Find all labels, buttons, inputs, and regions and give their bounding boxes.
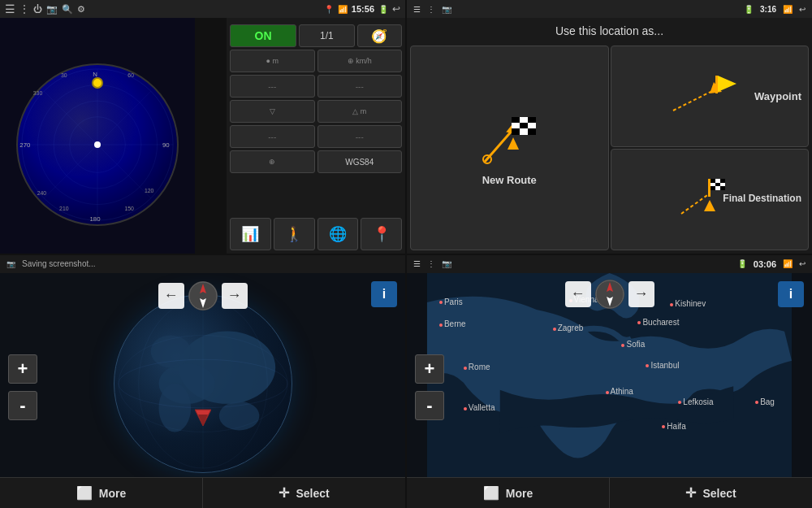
svg-marker-49 <box>704 200 715 211</box>
menu-icon-eu[interactable]: ☰ <box>413 259 421 268</box>
svg-text:120: 120 <box>145 188 154 193</box>
globe-button[interactable]: 🌐 <box>317 218 359 250</box>
city-lefkosia: Lefkosia <box>678 397 713 406</box>
svg-rect-44 <box>715 183 720 186</box>
zoom-in-button[interactable]: + <box>8 354 37 384</box>
svg-rect-29 <box>520 128 528 135</box>
saving-text: Saving screenshot... <box>22 259 96 268</box>
svg-text:210: 210 <box>59 206 69 211</box>
coord-system: ⊕ <box>230 150 315 173</box>
globe-map-panel: 📷 Saving screenshot... ← → i + - <box>0 255 405 509</box>
svg-marker-31 <box>508 137 519 150</box>
globe-visual <box>114 294 292 473</box>
europe-topbar: ☰ ⋮ 📷 🔋 03:06 📶 ↩ <box>407 255 812 273</box>
select-icon-eu: ✛ <box>685 485 696 501</box>
menu-icon-loc[interactable]: ☰ <box>413 5 421 14</box>
more-label-globe: More <box>99 487 126 500</box>
eu-nav-right[interactable]: → <box>628 281 654 307</box>
gps-on-button[interactable]: ON <box>230 24 296 47</box>
globe-sphere <box>114 294 292 473</box>
more-icon-eu[interactable]: ⋮ <box>427 259 435 268</box>
svg-text:180: 180 <box>90 215 102 223</box>
globe-bottom-bar: ⬜ More ✛ Select <box>0 477 405 508</box>
signal-eu: 📶 <box>783 259 793 268</box>
waypoint-icon <box>665 74 754 119</box>
svg-text:270: 270 <box>19 141 31 149</box>
city-bucharest: Bucharest <box>637 318 679 327</box>
city-athina: Athina <box>606 387 633 396</box>
svg-rect-30 <box>528 128 536 135</box>
zoom-out-eu[interactable]: - <box>415 391 444 420</box>
select-label-eu: Select <box>702 487 736 500</box>
nav-right-button[interactable]: → <box>222 283 248 309</box>
svg-rect-48 <box>720 186 725 190</box>
info-button-eu[interactable]: i <box>778 281 804 307</box>
svg-point-56 <box>158 384 191 432</box>
screenshot-icon: 📷 <box>6 260 15 268</box>
power-icon[interactable]: ⏻ <box>33 4 42 14</box>
select-button-eu[interactable]: ✛ Select <box>610 478 812 508</box>
back-eu[interactable]: ↩ <box>799 259 806 268</box>
svg-rect-35 <box>715 76 718 93</box>
final-destination-option[interactable]: Final Destination <box>611 149 810 250</box>
gps-info-panel: ON 1/1 🧭 ● m ⊕ km/h --- --- ▽ <box>227 18 405 254</box>
svg-rect-26 <box>520 123 528 128</box>
nav-compass-center <box>188 281 218 310</box>
search-icon[interactable]: 🔍 <box>62 4 73 15</box>
svg-point-57 <box>150 336 191 368</box>
signal-icon-loc: 📶 <box>783 5 793 14</box>
more-icon-globe: ⬜ <box>76 485 93 501</box>
info-button[interactable]: i <box>371 281 397 307</box>
chart-button[interactable]: 📊 <box>230 218 271 250</box>
waypoint-option[interactable]: Waypoint <box>611 46 810 147</box>
more-button-eu[interactable]: ⬜ More <box>407 478 610 508</box>
camera-icon-eu[interactable]: 📷 <box>442 259 451 268</box>
new-route-option[interactable]: New Route <box>410 46 609 250</box>
wgs-label: WGS84 <box>317 150 403 173</box>
dash-field-2: --- <box>317 75 403 98</box>
altitude-field: △ m <box>317 100 403 123</box>
svg-rect-41 <box>715 179 720 183</box>
final-destination-label: Final Destination <box>723 193 801 206</box>
signal-field: ▽ <box>230 100 315 123</box>
person-button[interactable]: 🚶 <box>274 218 315 250</box>
nav-left-button[interactable]: ← <box>158 283 184 309</box>
more-icon-loc[interactable]: ⋮ <box>427 5 435 14</box>
svg-rect-27 <box>528 123 536 128</box>
back-icon-loc[interactable]: ↩ <box>799 5 806 14</box>
svg-marker-36 <box>718 76 736 92</box>
svg-rect-40 <box>710 179 715 183</box>
globe-map-content: ← → i + - <box>0 273 405 478</box>
pin-button[interactable]: 📍 <box>361 218 402 250</box>
time-loc: 3:16 <box>760 5 776 14</box>
battery-icon-loc: 🔋 <box>744 5 754 14</box>
city-haifa: Haifa <box>662 422 685 431</box>
city-kishinev: Kishinev <box>670 299 706 308</box>
waypoint-label: Waypoint <box>754 90 801 102</box>
location-title: Use this location as... <box>407 18 812 42</box>
back-icon[interactable]: ↩ <box>392 3 400 15</box>
location-icon: 📍 <box>324 5 334 14</box>
svg-rect-23 <box>520 117 528 123</box>
eu-nav-left[interactable]: ← <box>565 281 591 307</box>
zoom-out-button[interactable]: - <box>8 391 37 420</box>
svg-rect-45 <box>720 183 725 186</box>
menu-icon[interactable]: ☰ <box>5 2 15 15</box>
time-eu: 03:06 <box>754 259 776 269</box>
select-icon-globe: ✛ <box>279 485 289 501</box>
compass-orient-button[interactable]: 🧭 <box>357 24 402 47</box>
dash-field-3: --- <box>230 125 315 148</box>
more-icon[interactable]: ⋮ <box>19 3 29 15</box>
camera-icon[interactable]: 📷 <box>46 4 58 15</box>
camera-icon-loc[interactable]: 📷 <box>442 5 451 14</box>
select-button-globe[interactable]: ✛ Select <box>203 478 405 508</box>
svg-rect-22 <box>512 117 520 123</box>
more-button-globe[interactable]: ⬜ More <box>0 478 203 508</box>
settings-icon[interactable]: ⚙ <box>77 4 85 15</box>
more-icon-eu-btn: ⬜ <box>483 485 499 501</box>
svg-text:330: 330 <box>33 90 43 96</box>
europe-bottom-bar: ⬜ More ✛ Select <box>407 477 812 508</box>
europe-nav-controls: ← → <box>565 280 654 309</box>
zoom-in-eu[interactable]: + <box>415 354 444 384</box>
city-valletta: Valletta <box>464 403 495 412</box>
